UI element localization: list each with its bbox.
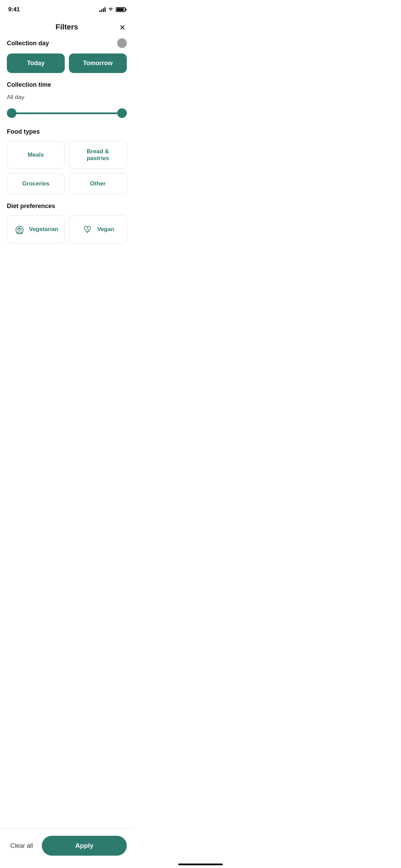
- food-type-bread[interactable]: Bread & pastries: [69, 141, 127, 169]
- meals-label: Meals: [28, 152, 44, 158]
- battery-icon: [116, 7, 125, 12]
- collection-day-header: Collection day: [7, 38, 127, 48]
- collection-time-section: Collection time All day: [7, 81, 127, 120]
- slider-thumb-right[interactable]: [117, 108, 127, 118]
- signal-icon: [99, 7, 106, 12]
- food-types-grid: Meals Bread & pastries Groceries Other: [7, 141, 127, 194]
- vegan-icon: [81, 223, 94, 236]
- today-button[interactable]: Today: [7, 53, 65, 73]
- slider-track: [7, 112, 127, 114]
- slider-thumb-left[interactable]: [7, 108, 16, 118]
- time-range-label: All day: [7, 94, 127, 101]
- food-types-title: Food types: [7, 128, 40, 135]
- diet-vegan[interactable]: Vegan: [69, 215, 127, 243]
- filter-content: Collection day Today Tomorrow Collection…: [0, 38, 134, 293]
- page-title: Filters: [56, 23, 78, 32]
- food-type-other[interactable]: Other: [69, 173, 127, 194]
- diet-preferences-header: Diet preferences: [7, 203, 127, 210]
- food-types-section: Food types Meals Bread & pastries Grocer…: [7, 128, 127, 194]
- bread-label: Bread & pastries: [75, 148, 121, 162]
- tomorrow-button[interactable]: Tomorrow: [69, 53, 127, 73]
- wifi-icon: [108, 7, 114, 13]
- food-type-meals[interactable]: Meals: [7, 141, 65, 169]
- vegetarian-icon: [13, 223, 26, 236]
- status-icons: [99, 7, 125, 13]
- collection-time-header: Collection time: [7, 81, 127, 88]
- vegan-label: Vegan: [97, 226, 114, 233]
- diet-vegetarian[interactable]: Vegetarian: [7, 215, 65, 243]
- collection-day-toggle[interactable]: [117, 38, 127, 48]
- other-label: Other: [90, 180, 106, 187]
- groceries-label: Groceries: [22, 180, 49, 187]
- collection-time-title: Collection time: [7, 81, 51, 88]
- food-type-groceries[interactable]: Groceries: [7, 173, 65, 194]
- food-types-header: Food types: [7, 128, 127, 135]
- collection-day-section: Collection day Today Tomorrow: [7, 38, 127, 73]
- status-bar: 9:41: [0, 0, 134, 17]
- collection-day-title: Collection day: [7, 40, 49, 47]
- close-button[interactable]: ✕: [118, 23, 127, 33]
- diet-preferences-title: Diet preferences: [7, 203, 55, 210]
- status-time: 9:41: [8, 6, 20, 13]
- diet-grid: Vegetarian Vegan: [7, 215, 127, 243]
- diet-preferences-section: Diet preferences Vegetarian: [7, 203, 127, 243]
- time-slider[interactable]: [7, 106, 127, 120]
- vegetarian-label: Vegetarian: [29, 226, 59, 233]
- filter-header: Filters ✕: [0, 17, 134, 38]
- day-buttons-group: Today Tomorrow: [7, 53, 127, 73]
